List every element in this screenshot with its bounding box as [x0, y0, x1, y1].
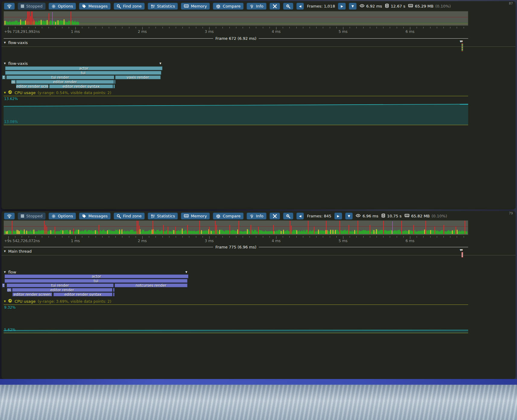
slow-frame-spike[interactable] — [137, 221, 137, 234]
slow-frame-spike[interactable] — [370, 225, 370, 234]
slow-frame-spike[interactable] — [413, 225, 414, 234]
slow-frame-spike[interactable] — [28, 11, 29, 25]
messages-button[interactable]: Messages — [79, 213, 111, 219]
slow-frame-spike[interactable] — [425, 221, 426, 234]
slow-frame-spike[interactable] — [290, 221, 291, 234]
slow-frame-spike[interactable] — [168, 227, 169, 234]
zone-bar[interactable]: tui render — [7, 283, 114, 287]
zoom-in-button[interactable] — [283, 213, 293, 219]
zone-bar[interactable]: gu — [11, 80, 16, 84]
prev-frame-button[interactable]: ◀ — [296, 213, 304, 219]
next-frame-button[interactable]: ▶ — [338, 3, 346, 10]
zone-bar[interactable]: editor render — [12, 288, 112, 292]
prev-frame-button[interactable]: ◀ — [296, 3, 304, 10]
thread-header-top[interactable]: ▼ flow-vaxis — [4, 40, 28, 45]
slow-frame-spike[interactable] — [32, 11, 33, 25]
slow-frame-spike[interactable] — [291, 226, 292, 234]
zone-bar[interactable]: t — [2, 75, 5, 79]
zone-bar[interactable] — [114, 80, 115, 84]
slow-frame-spike[interactable] — [308, 221, 309, 234]
desktop-panel[interactable] — [0, 379, 517, 385]
statistics-button[interactable]: Statistics — [148, 3, 178, 10]
zone-bar[interactable]: actor — [5, 66, 162, 70]
slow-frame-spike[interactable] — [273, 225, 274, 234]
cpu-usage-header[interactable]: ▼ CPU usage (y-range: 0.54%, visible dat… — [4, 90, 111, 95]
next-frame-button[interactable]: ▶ — [334, 213, 342, 219]
stopped-button[interactable]: Stopped — [18, 3, 46, 10]
slow-frame-spike[interactable] — [383, 221, 384, 234]
zone-bar[interactable]: t — [2, 283, 5, 287]
zone-bar[interactable] — [113, 288, 115, 292]
slow-frame-spike[interactable] — [55, 227, 55, 234]
slow-frame-spike[interactable] — [401, 221, 402, 234]
zone-bar[interactable]: editor render screen — [16, 84, 49, 88]
zone-bar[interactable]: tui — [5, 279, 188, 283]
slow-frame-spike[interactable] — [163, 225, 164, 234]
slow-frame-spike[interactable] — [209, 227, 210, 234]
slow-frame-spike[interactable] — [46, 227, 47, 234]
slow-frame-spike[interactable] — [326, 221, 327, 234]
offscreen-zone-markers[interactable]: ▼▼ — [460, 249, 463, 257]
thread-header-top[interactable]: ▼ Main thread — [4, 249, 32, 254]
slow-frame-spike[interactable] — [26, 19, 27, 25]
slow-frame-spike[interactable] — [29, 11, 30, 25]
stopped-button[interactable]: Stopped — [18, 213, 46, 219]
find-zone-button[interactable]: Find zone — [114, 213, 145, 219]
zone-bar[interactable] — [113, 84, 115, 88]
slow-frame-spike[interactable] — [27, 11, 28, 25]
slow-frame-spike[interactable] — [30, 16, 31, 25]
slow-frame-spike[interactable] — [216, 225, 217, 234]
slow-frame-spike[interactable] — [34, 21, 35, 25]
memory-button[interactable]: Memory — [181, 213, 210, 219]
slow-frame-spike[interactable] — [138, 221, 139, 234]
connection-button[interactable] — [4, 3, 15, 10]
slow-frame-spike[interactable] — [358, 221, 358, 234]
zone-bar[interactable] — [113, 292, 115, 296]
zone-bar[interactable]: editor render screen — [12, 292, 52, 296]
slow-frame-spike[interactable] — [314, 227, 315, 234]
zone-bar[interactable]: gu — [7, 288, 11, 292]
find-zone-button[interactable]: Find zone — [114, 3, 145, 10]
tools-button[interactable] — [270, 3, 280, 10]
thread-header-zones[interactable]: ▼ flow-vaxis — [4, 61, 28, 66]
cpu-usage-plot[interactable] — [4, 96, 468, 125]
slow-frame-spike[interactable] — [187, 225, 188, 234]
slow-frame-spike[interactable] — [229, 225, 230, 234]
cpu-usage-header[interactable]: ▼ CPU usage (y-range: 3.69%, visible dat… — [4, 298, 111, 304]
slow-frame-spike[interactable] — [71, 11, 71, 25]
slow-frame-spike[interactable] — [339, 221, 340, 234]
slow-frame-spike[interactable] — [153, 221, 153, 234]
zone-bar[interactable]: notcurses render — [115, 283, 188, 287]
slow-frame-spike[interactable] — [49, 13, 49, 25]
slow-frame-spike[interactable] — [434, 227, 435, 234]
slow-frame-spike[interactable] — [31, 11, 32, 25]
slow-frame-spike[interactable] — [348, 225, 349, 234]
cpu-usage-plot[interactable] — [4, 305, 468, 333]
slow-frame-spike[interactable] — [456, 227, 456, 234]
zone-bar[interactable]: editor render — [16, 80, 114, 84]
slow-frame-spike[interactable] — [251, 225, 251, 234]
slow-frame-spike[interactable] — [238, 221, 239, 234]
slow-frame-spike[interactable] — [73, 229, 74, 234]
tools-button[interactable] — [270, 213, 280, 219]
zoom-in-button[interactable] — [283, 3, 293, 10]
slow-frame-spike[interactable] — [44, 221, 45, 234]
frame-set-dropdown-button[interactable]: ▼ — [345, 213, 353, 219]
slow-frame-spike[interactable] — [215, 221, 216, 234]
offscreen-zone-markers[interactable]: ▼▼ — [460, 40, 463, 51]
zone-bar[interactable]: editor render syntax — [49, 84, 113, 88]
zone-bar[interactable]: tui render — [6, 75, 114, 79]
thread-header-zones[interactable]: ▼ flow — [4, 270, 16, 274]
options-button[interactable]: Options — [49, 3, 76, 10]
slow-frame-spike[interactable] — [12, 221, 13, 234]
zone-bar[interactable]: actor — [5, 274, 188, 278]
frame-minimap-chart[interactable] — [4, 11, 468, 25]
info-button[interactable]: Info — [247, 3, 266, 10]
slow-frame-spike[interactable] — [199, 221, 200, 234]
frame-timeline-minimap[interactable] — [4, 220, 468, 235]
slow-frame-spike[interactable] — [258, 227, 259, 234]
frame-set-dropdown-button[interactable]: ▼ — [349, 3, 357, 10]
frame-timeline-minimap[interactable] — [4, 11, 468, 26]
zone-bar[interactable]: editor render syntax — [53, 292, 112, 296]
memory-button[interactable]: Memory — [181, 3, 210, 10]
